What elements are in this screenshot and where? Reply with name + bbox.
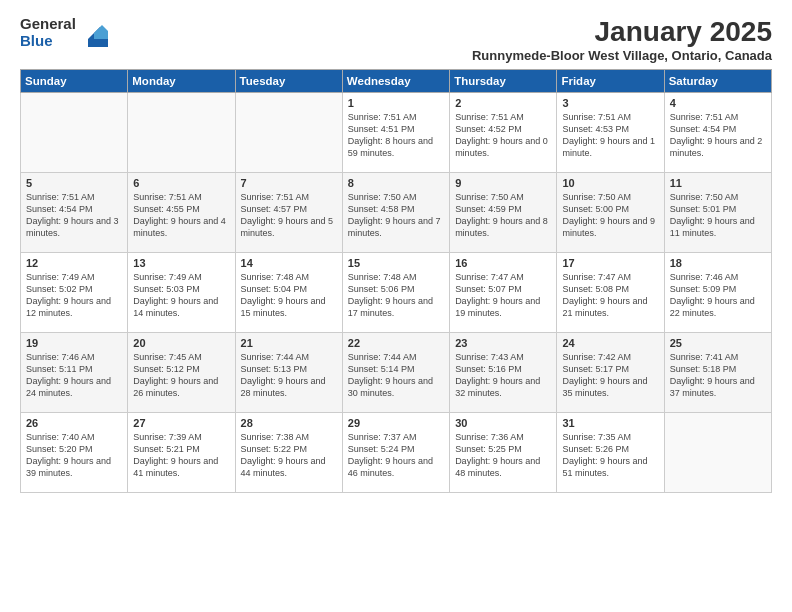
month-title: January 2025	[472, 16, 772, 48]
col-header-friday: Friday	[557, 70, 664, 93]
day-cell: 5Sunrise: 7:51 AM Sunset: 4:54 PM Daylig…	[21, 173, 128, 253]
day-number: 10	[562, 177, 658, 189]
day-number: 30	[455, 417, 551, 429]
day-number: 31	[562, 417, 658, 429]
day-cell: 21Sunrise: 7:44 AM Sunset: 5:13 PM Dayli…	[235, 333, 342, 413]
day-info: Sunrise: 7:44 AM Sunset: 5:14 PM Dayligh…	[348, 351, 444, 400]
day-number: 18	[670, 257, 766, 269]
day-number: 15	[348, 257, 444, 269]
day-info: Sunrise: 7:49 AM Sunset: 5:03 PM Dayligh…	[133, 271, 229, 320]
day-cell: 15Sunrise: 7:48 AM Sunset: 5:06 PM Dayli…	[342, 253, 449, 333]
day-cell: 22Sunrise: 7:44 AM Sunset: 5:14 PM Dayli…	[342, 333, 449, 413]
day-cell: 31Sunrise: 7:35 AM Sunset: 5:26 PM Dayli…	[557, 413, 664, 493]
day-info: Sunrise: 7:43 AM Sunset: 5:16 PM Dayligh…	[455, 351, 551, 400]
day-info: Sunrise: 7:46 AM Sunset: 5:11 PM Dayligh…	[26, 351, 122, 400]
day-info: Sunrise: 7:44 AM Sunset: 5:13 PM Dayligh…	[241, 351, 337, 400]
day-number: 8	[348, 177, 444, 189]
day-info: Sunrise: 7:51 AM Sunset: 4:55 PM Dayligh…	[133, 191, 229, 240]
day-number: 5	[26, 177, 122, 189]
day-number: 25	[670, 337, 766, 349]
day-number: 14	[241, 257, 337, 269]
day-cell: 30Sunrise: 7:36 AM Sunset: 5:25 PM Dayli…	[450, 413, 557, 493]
day-cell: 2Sunrise: 7:51 AM Sunset: 4:52 PM Daylig…	[450, 93, 557, 173]
day-number: 26	[26, 417, 122, 429]
header: General Blue January 2025 Runnymede-Bloo…	[20, 16, 772, 63]
day-info: Sunrise: 7:51 AM Sunset: 4:57 PM Dayligh…	[241, 191, 337, 240]
day-info: Sunrise: 7:51 AM Sunset: 4:53 PM Dayligh…	[562, 111, 658, 160]
logo: General Blue	[20, 16, 108, 49]
day-info: Sunrise: 7:51 AM Sunset: 4:52 PM Dayligh…	[455, 111, 551, 160]
day-info: Sunrise: 7:35 AM Sunset: 5:26 PM Dayligh…	[562, 431, 658, 480]
day-number: 11	[670, 177, 766, 189]
day-cell	[235, 93, 342, 173]
logo-icon	[80, 19, 108, 47]
day-number: 9	[455, 177, 551, 189]
day-number: 6	[133, 177, 229, 189]
day-info: Sunrise: 7:38 AM Sunset: 5:22 PM Dayligh…	[241, 431, 337, 480]
day-cell	[21, 93, 128, 173]
day-number: 16	[455, 257, 551, 269]
day-info: Sunrise: 7:36 AM Sunset: 5:25 PM Dayligh…	[455, 431, 551, 480]
day-cell: 13Sunrise: 7:49 AM Sunset: 5:03 PM Dayli…	[128, 253, 235, 333]
day-cell: 12Sunrise: 7:49 AM Sunset: 5:02 PM Dayli…	[21, 253, 128, 333]
day-number: 3	[562, 97, 658, 109]
day-info: Sunrise: 7:45 AM Sunset: 5:12 PM Dayligh…	[133, 351, 229, 400]
day-number: 22	[348, 337, 444, 349]
day-info: Sunrise: 7:51 AM Sunset: 4:54 PM Dayligh…	[670, 111, 766, 160]
day-info: Sunrise: 7:47 AM Sunset: 5:07 PM Dayligh…	[455, 271, 551, 320]
day-number: 24	[562, 337, 658, 349]
col-header-tuesday: Tuesday	[235, 70, 342, 93]
day-number: 20	[133, 337, 229, 349]
day-cell: 8Sunrise: 7:50 AM Sunset: 4:58 PM Daylig…	[342, 173, 449, 253]
day-number: 17	[562, 257, 658, 269]
day-number: 29	[348, 417, 444, 429]
day-info: Sunrise: 7:50 AM Sunset: 4:59 PM Dayligh…	[455, 191, 551, 240]
day-info: Sunrise: 7:42 AM Sunset: 5:17 PM Dayligh…	[562, 351, 658, 400]
logo-general-text: General	[20, 16, 76, 33]
day-number: 21	[241, 337, 337, 349]
week-row-2: 5Sunrise: 7:51 AM Sunset: 4:54 PM Daylig…	[21, 173, 772, 253]
day-cell: 3Sunrise: 7:51 AM Sunset: 4:53 PM Daylig…	[557, 93, 664, 173]
day-cell: 24Sunrise: 7:42 AM Sunset: 5:17 PM Dayli…	[557, 333, 664, 413]
day-cell: 26Sunrise: 7:40 AM Sunset: 5:20 PM Dayli…	[21, 413, 128, 493]
week-row-1: 1Sunrise: 7:51 AM Sunset: 4:51 PM Daylig…	[21, 93, 772, 173]
col-header-wednesday: Wednesday	[342, 70, 449, 93]
svg-marker-1	[94, 25, 108, 39]
day-number: 7	[241, 177, 337, 189]
day-info: Sunrise: 7:50 AM Sunset: 5:01 PM Dayligh…	[670, 191, 766, 240]
day-cell: 14Sunrise: 7:48 AM Sunset: 5:04 PM Dayli…	[235, 253, 342, 333]
day-cell	[664, 413, 771, 493]
day-info: Sunrise: 7:47 AM Sunset: 5:08 PM Dayligh…	[562, 271, 658, 320]
day-cell	[128, 93, 235, 173]
day-cell: 25Sunrise: 7:41 AM Sunset: 5:18 PM Dayli…	[664, 333, 771, 413]
day-cell: 9Sunrise: 7:50 AM Sunset: 4:59 PM Daylig…	[450, 173, 557, 253]
header-row: SundayMondayTuesdayWednesdayThursdayFrid…	[21, 70, 772, 93]
logo-blue-text: Blue	[20, 33, 76, 50]
day-cell: 11Sunrise: 7:50 AM Sunset: 5:01 PM Dayli…	[664, 173, 771, 253]
day-cell: 7Sunrise: 7:51 AM Sunset: 4:57 PM Daylig…	[235, 173, 342, 253]
week-row-3: 12Sunrise: 7:49 AM Sunset: 5:02 PM Dayli…	[21, 253, 772, 333]
day-number: 19	[26, 337, 122, 349]
day-number: 12	[26, 257, 122, 269]
col-header-thursday: Thursday	[450, 70, 557, 93]
day-cell: 1Sunrise: 7:51 AM Sunset: 4:51 PM Daylig…	[342, 93, 449, 173]
day-cell: 27Sunrise: 7:39 AM Sunset: 5:21 PM Dayli…	[128, 413, 235, 493]
day-cell: 16Sunrise: 7:47 AM Sunset: 5:07 PM Dayli…	[450, 253, 557, 333]
day-info: Sunrise: 7:39 AM Sunset: 5:21 PM Dayligh…	[133, 431, 229, 480]
day-number: 28	[241, 417, 337, 429]
col-header-sunday: Sunday	[21, 70, 128, 93]
week-row-4: 19Sunrise: 7:46 AM Sunset: 5:11 PM Dayli…	[21, 333, 772, 413]
day-number: 23	[455, 337, 551, 349]
week-row-5: 26Sunrise: 7:40 AM Sunset: 5:20 PM Dayli…	[21, 413, 772, 493]
col-header-saturday: Saturday	[664, 70, 771, 93]
day-info: Sunrise: 7:40 AM Sunset: 5:20 PM Dayligh…	[26, 431, 122, 480]
day-cell: 10Sunrise: 7:50 AM Sunset: 5:00 PM Dayli…	[557, 173, 664, 253]
day-cell: 20Sunrise: 7:45 AM Sunset: 5:12 PM Dayli…	[128, 333, 235, 413]
day-cell: 18Sunrise: 7:46 AM Sunset: 5:09 PM Dayli…	[664, 253, 771, 333]
day-info: Sunrise: 7:51 AM Sunset: 4:54 PM Dayligh…	[26, 191, 122, 240]
day-info: Sunrise: 7:48 AM Sunset: 5:06 PM Dayligh…	[348, 271, 444, 320]
day-cell: 28Sunrise: 7:38 AM Sunset: 5:22 PM Dayli…	[235, 413, 342, 493]
day-number: 27	[133, 417, 229, 429]
day-cell: 17Sunrise: 7:47 AM Sunset: 5:08 PM Dayli…	[557, 253, 664, 333]
page: General Blue January 2025 Runnymede-Bloo…	[0, 0, 792, 509]
